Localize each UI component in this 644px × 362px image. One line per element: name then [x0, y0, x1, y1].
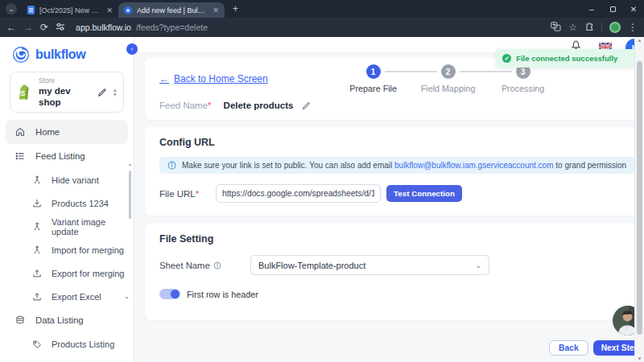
sidebar-item-variant-image-update[interactable]: Variant image update	[0, 215, 134, 238]
tab-title: [Oct/2025] New content - Ha M	[39, 6, 101, 14]
forward-icon[interactable]: →	[23, 23, 33, 32]
step-label: Field Mapping	[411, 84, 485, 93]
back-to-home-link[interactable]: ← Back to Home Screen	[159, 73, 268, 84]
back-button[interactable]: Back	[549, 340, 588, 356]
scroll-up-arrow-icon[interactable]: ▲	[635, 38, 644, 43]
back-icon[interactable]: ←	[6, 23, 16, 32]
wizard-footer: Back Next Step	[134, 334, 644, 362]
tab-search-button[interactable]: ⌄	[6, 3, 17, 14]
bookmark-star-icon[interactable]: ☆	[568, 23, 577, 32]
store-selector[interactable]: S Store my dev shop ▲▼	[10, 72, 124, 113]
store-name: my dev shop	[39, 85, 92, 109]
sheet-name-row: Sheet Name BulkFlow-Template-product ⌄	[159, 255, 634, 275]
toggle-label: First row is header	[187, 290, 258, 299]
tab-close-icon[interactable]: ✕	[213, 6, 219, 14]
maximize-button[interactable]	[602, 0, 623, 18]
step-processing[interactable]: 3 Processing	[485, 64, 560, 93]
edit-pencil-icon[interactable]	[97, 88, 107, 97]
sidebar-item-import-for-merging[interactable]: Import for merging	[0, 238, 134, 261]
sheet-name-select[interactable]: BulkFlow-Template-product ⌄	[250, 255, 489, 275]
feed-name-label: Feed Name*	[159, 101, 212, 110]
browser-tab-1[interactable]: [Oct/2025] New content - Ha M ✕	[22, 2, 118, 18]
sidebar-section-data-listing[interactable]: Data Listing	[0, 308, 134, 332]
extensions-puzzle-icon[interactable]	[584, 22, 594, 33]
scroll-down-arrow-icon[interactable]: ▼	[635, 356, 644, 361]
file-url-input[interactable]	[216, 184, 381, 203]
test-connection-button[interactable]: Test Connection	[386, 185, 462, 202]
info-banner: Make sure your link is set to public. Yo…	[159, 157, 634, 174]
browser-tab-bar: ⌄ [Oct/2025] New content - Ha M ✕ Add ne…	[0, 0, 644, 18]
database-icon	[14, 315, 26, 326]
banner-text: Make sure your link is set to public. Yo…	[182, 161, 626, 170]
feed-sub-list: ⌃ Hide variant Products 1234	[0, 168, 134, 308]
sidebar-item-home[interactable]: Home	[6, 120, 128, 144]
list-icon	[14, 150, 26, 162]
scroll-up-caret-icon[interactable]: ⌃	[127, 163, 133, 171]
file-setting-card: File Setting Sheet Name BulkFlow-Templat…	[145, 224, 644, 320]
home-icon	[14, 126, 26, 138]
google-docs-favicon	[27, 6, 35, 14]
sidebar-section-feed-listing[interactable]: Feed Listing	[0, 144, 134, 168]
store-label: Store	[39, 76, 92, 85]
sidebar-section-label: Data Listing	[35, 315, 84, 325]
variant-fork-icon	[31, 221, 43, 232]
config-url-card: Config URL Make sure your link is set to…	[145, 127, 644, 216]
logo-text: bulkflow	[35, 47, 85, 62]
sidebar-item-export-for-merging[interactable]: Export for merging	[0, 261, 134, 285]
page-scrollbar[interactable]: ▲ ▼	[634, 37, 644, 362]
config-url-title: Config URL	[159, 137, 634, 148]
tag-icon	[31, 339, 43, 350]
sheet-name-value: BulkFlow-Template-product	[258, 261, 365, 270]
reload-icon[interactable]: ⟳	[40, 23, 48, 32]
store-unfold-icon[interactable]: ▲▼	[113, 88, 118, 97]
success-toast: ✔ File connected successfully	[496, 49, 644, 68]
sidebar-item-hide-variant[interactable]: Hide variant	[0, 168, 134, 191]
sidebar-item-label: Products 1234	[52, 199, 109, 208]
translate-icon[interactable]	[551, 22, 561, 33]
step-prepare-file[interactable]: 1 Prepare File	[336, 64, 411, 93]
browser-tab-2-active[interactable]: Add new feed | Bulkflow ✕	[118, 2, 225, 18]
sidebar-item-customers-listing[interactable]: Customers Listing	[0, 356, 134, 362]
info-icon	[167, 161, 176, 170]
url-path: /feeds?type=delete	[136, 23, 208, 32]
step-label: Prepare File	[336, 84, 411, 93]
sidebar-item-label: Home	[35, 127, 60, 137]
tab-close-icon[interactable]: ✕	[106, 6, 113, 14]
step-label: Processing	[485, 84, 560, 93]
file-setting-title: File Setting	[159, 233, 634, 245]
sidebar-item-products-1234[interactable]: Products 1234	[0, 191, 134, 215]
variant-fork-icon	[31, 245, 43, 256]
check-icon: ✔	[502, 54, 511, 63]
scroll-down-caret-icon[interactable]: ⌄	[124, 293, 130, 300]
edit-pencil-icon[interactable]	[302, 101, 311, 110]
sidebar-item-export-excel[interactable]: Export Excel ⌄	[0, 285, 134, 308]
browser-nav-bar: ← → ⟳ app.bulkflow.io/feeds?type=delete …	[0, 18, 644, 37]
service-account-email-link[interactable]: bulkflow@bulkflow.iam.gserviceaccount.co…	[394, 161, 553, 170]
sidebar-item-products-listing[interactable]: Products Listing	[0, 332, 134, 356]
sidebar-item-label: Import for merging	[52, 245, 124, 255]
sheet-name-label: Sheet Name	[159, 261, 250, 270]
sidebar-item-label: Export for merging	[52, 269, 124, 278]
chrome-menu-icon[interactable]: ⋮	[628, 23, 638, 32]
scrollbar-thumb[interactable]	[637, 61, 642, 335]
step-field-mapping[interactable]: 2 Field Mapping	[411, 64, 485, 93]
export-upload-icon	[31, 268, 43, 279]
sidebar-section-label: Feed Listing	[35, 151, 85, 161]
new-tab-button[interactable]: +	[233, 3, 238, 14]
logo[interactable]: bulkflow	[0, 37, 134, 71]
first-row-header-toggle[interactable]	[159, 289, 180, 299]
sidebar-item-label: Hide variant	[52, 175, 99, 185]
info-icon	[213, 261, 221, 269]
sidebar-collapse-button[interactable]: ‹	[126, 43, 138, 55]
chrome-profile-avatar[interactable]	[609, 22, 621, 33]
bulkflow-logo-icon	[12, 46, 30, 64]
arrow-left-icon: ←	[159, 73, 169, 84]
sidebar-mini-scrollbar[interactable]	[129, 171, 131, 219]
window-controls: – ✕	[581, 0, 644, 18]
minimize-button[interactable]: –	[581, 0, 602, 18]
close-button[interactable]: ✕	[623, 0, 644, 18]
step-number: 1	[366, 64, 381, 79]
header-row-toggle-row: First row is header	[159, 289, 634, 299]
site-settings-icon[interactable]	[56, 22, 65, 33]
address-bar[interactable]: app.bulkflow.io/feeds?type=delete	[76, 23, 543, 32]
